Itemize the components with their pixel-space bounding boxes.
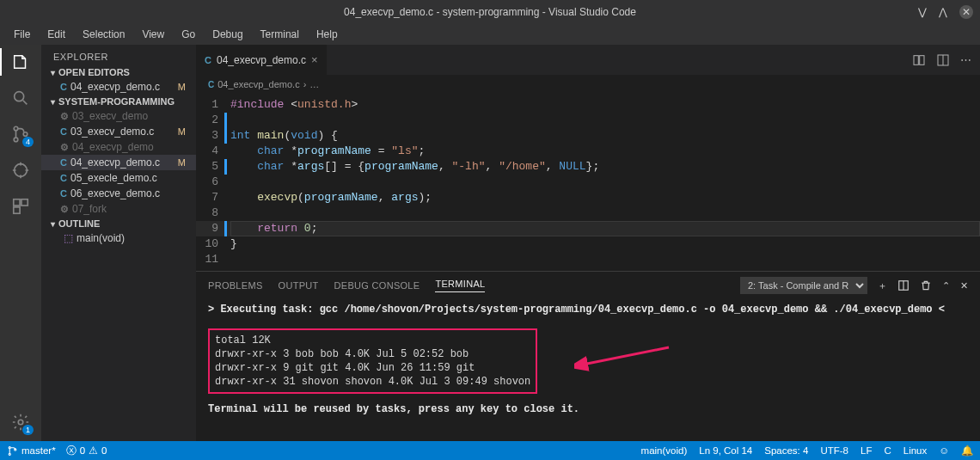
menu-file[interactable]: File (7, 27, 37, 42)
svg-rect-5 (14, 199, 20, 205)
c-file-icon: C (60, 82, 67, 92)
annotation-arrow-icon (574, 339, 677, 373)
menu-edit[interactable]: Edit (40, 27, 72, 42)
menu-go[interactable]: Go (175, 27, 202, 42)
svg-rect-10 (920, 55, 924, 64)
tab-debug-console[interactable]: DEBUG CONSOLE (334, 280, 420, 291)
file-icon: ⚙ (60, 204, 69, 215)
split-terminal-icon[interactable] (897, 279, 910, 291)
svg-point-3 (23, 132, 28, 137)
settings-gear-icon[interactable]: 1 (10, 412, 31, 432)
svg-rect-6 (21, 199, 28, 205)
close-icon[interactable]: ✕ (959, 5, 973, 19)
c-file-icon: C (208, 80, 214, 89)
tab-terminal[interactable]: TERMINAL (435, 279, 485, 292)
file-tree-item[interactable]: ⚙07_fork (41, 201, 196, 217)
explorer-icon[interactable] (10, 52, 31, 72)
outline-header[interactable]: ▾OUTLINE (41, 217, 196, 230)
file-tree-item[interactable]: C04_execvp_demo.cM (41, 155, 196, 170)
file-icon: ⚙ (60, 142, 69, 153)
editor-tabs: C 04_execvp_demo.c × ⋯ (196, 45, 980, 75)
menu-view[interactable]: View (135, 27, 171, 42)
file-tree-item[interactable]: C05_execle_demo.c (41, 170, 196, 186)
project-header[interactable]: ▾SYSTEM-PROGRAMMING (41, 95, 196, 108)
svg-point-1 (14, 126, 18, 131)
file-tree-item[interactable]: C03_execv_demo.cM (41, 124, 196, 139)
svg-rect-7 (14, 207, 20, 213)
file-tree-item[interactable]: C06_execve_demo.c (41, 186, 196, 201)
menu-bar: File Edit Selection View Go Debug Termin… (0, 24, 980, 45)
svg-line-13 (583, 347, 669, 365)
file-tree-item[interactable]: ⚙04_execvp_demo (41, 139, 196, 155)
tab-output[interactable]: OUTPUT (279, 280, 319, 291)
breadcrumb[interactable]: C 04_execvp_demo.c › … (196, 75, 980, 94)
file-icon: C (60, 157, 67, 168)
status-problems[interactable]: ⓧ0 ⚠0 (66, 445, 107, 457)
status-encoding[interactable]: UTF-8 (820, 445, 848, 457)
svg-rect-9 (914, 55, 918, 64)
sidebar: EXPLORER ▾OPEN EDITORS C 04_execvp_demo.… (41, 45, 196, 441)
outline-item[interactable]: ⬚ main(void) (41, 230, 196, 246)
window-titlebar: 04_execvp_demo.c - system-programming - … (0, 0, 980, 24)
status-branch[interactable]: master* (7, 445, 56, 457)
symbol-icon: ⬚ (64, 232, 73, 244)
status-bell-icon[interactable]: 🔔 (961, 445, 973, 457)
editor-area: C 04_execvp_demo.c × ⋯ C 04_execvp_demo.… (196, 45, 980, 441)
menu-selection[interactable]: Selection (76, 27, 132, 42)
status-scope[interactable]: main(void) (641, 445, 688, 457)
file-icon: C (60, 173, 67, 183)
window-controls: ⋁ ⋀ ✕ (918, 5, 973, 19)
more-icon[interactable]: ⋯ (960, 53, 971, 66)
bottom-panel: PROBLEMS OUTPUT DEBUG CONSOLE TERMINAL 2… (196, 271, 980, 441)
tab-close-icon[interactable]: × (311, 53, 318, 66)
svg-point-2 (14, 138, 18, 142)
menu-debug[interactable]: Debug (205, 27, 249, 42)
open-editor-item[interactable]: C 04_execvp_demo.c M (41, 79, 196, 95)
terminal-output-highlight: total 12K drwxr-xr-x 3 bob bob 4.0K Jul … (208, 328, 537, 394)
file-tree-item[interactable]: ⚙03_execv_demo (41, 108, 196, 124)
svg-point-0 (15, 92, 24, 101)
status-cursor-pos[interactable]: Ln 9, Col 14 (699, 445, 752, 457)
svg-point-8 (18, 420, 23, 425)
compare-icon[interactable] (912, 53, 926, 67)
tab-actions: ⋯ (903, 45, 980, 75)
debug-icon[interactable] (10, 160, 31, 181)
status-os[interactable]: Linux (903, 445, 928, 457)
c-file-icon: C (205, 55, 211, 65)
kill-terminal-icon[interactable] (920, 279, 932, 291)
tab-active[interactable]: C 04_execvp_demo.c × (196, 45, 328, 75)
menu-terminal[interactable]: Terminal (254, 27, 306, 42)
scm-badge: 4 (22, 137, 34, 147)
minimize-icon[interactable]: ⋁ (918, 6, 927, 18)
window-title: 04_execvp_demo.c - system-programming - … (344, 6, 636, 18)
svg-point-15 (9, 453, 10, 455)
menu-help[interactable]: Help (309, 27, 345, 42)
file-icon: C (60, 188, 67, 199)
gear-badge: 1 (22, 425, 34, 435)
maximize-panel-icon[interactable]: ⌃ (942, 280, 950, 291)
activity-bar: 4 1 (0, 45, 41, 441)
svg-point-4 (15, 164, 28, 177)
extensions-icon[interactable] (10, 196, 31, 217)
source-control-icon[interactable]: 4 (10, 124, 31, 144)
panel-tabs: PROBLEMS OUTPUT DEBUG CONSOLE TERMINAL 2… (196, 272, 980, 299)
close-panel-icon[interactable]: ✕ (960, 280, 968, 291)
maximize-icon[interactable]: ⋀ (939, 6, 947, 18)
status-eol[interactable]: LF (861, 445, 872, 457)
terminal-task-selector[interactable]: 2: Task - Compile and R (740, 277, 867, 294)
svg-point-14 (9, 446, 10, 448)
sidebar-title: EXPLORER (41, 45, 196, 65)
split-editor-icon[interactable] (936, 53, 950, 67)
file-icon: ⚙ (60, 111, 69, 122)
terminal-content[interactable]: > Executing task: gcc /home/shovon/Proje… (196, 299, 980, 423)
search-icon[interactable] (10, 88, 31, 108)
status-feedback-icon[interactable]: ☺ (939, 445, 949, 457)
new-terminal-icon[interactable]: ＋ (878, 279, 887, 292)
code-editor[interactable]: 1#include <unistd.h> 2 3int main(void) {… (196, 94, 980, 271)
status-bar: master* ⓧ0 ⚠0 main(void) Ln 9, Col 14 Sp… (0, 441, 980, 460)
open-editors-header[interactable]: ▾OPEN EDITORS (41, 65, 196, 79)
file-icon: C (60, 126, 67, 137)
status-language[interactable]: C (884, 445, 891, 457)
tab-problems[interactable]: PROBLEMS (208, 280, 263, 291)
status-indent[interactable]: Spaces: 4 (764, 445, 808, 457)
